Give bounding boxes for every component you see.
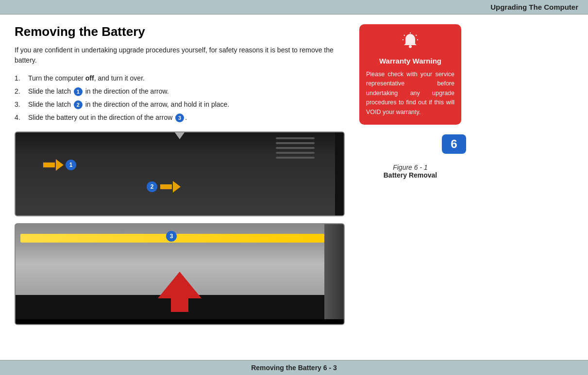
figure-caption: Figure 6 - 1 Battery Removal xyxy=(359,163,461,179)
main-content: Removing the Battery If you are confiden… xyxy=(0,15,588,342)
page-number-badge: 6 xyxy=(442,134,466,154)
image-badge-2: 2 xyxy=(147,181,157,192)
battery-silver-side xyxy=(324,224,344,324)
step-1-num: 1. xyxy=(15,73,24,83)
step-1: 1. Turn the computer off, and turn it ov… xyxy=(15,73,345,83)
image-2-container: 3 xyxy=(15,223,345,325)
figure-italic-label: Figure 6 - 1 xyxy=(359,163,461,171)
warning-box: Warranty Warning Please check with your … xyxy=(359,24,461,125)
step-2-text: Slide the latch 1 in the direction of th… xyxy=(28,86,169,97)
warning-body: Please check with your service represent… xyxy=(366,70,454,117)
vent-line-3 xyxy=(276,147,315,149)
steps-list: 1. Turn the computer off, and turn it ov… xyxy=(15,73,345,123)
image-badge-1: 1 xyxy=(66,160,76,170)
step-1-bold: off xyxy=(85,74,94,82)
step-4-num: 4. xyxy=(15,113,24,123)
step-3-text: Slide the latch 2 in the direction of th… xyxy=(28,99,229,110)
vent-line-2 xyxy=(276,142,315,144)
dark-edge xyxy=(335,132,344,215)
intro-paragraph: If you are confident in undertaking upgr… xyxy=(15,45,345,65)
step-3-num: 3. xyxy=(15,99,24,110)
triangle-indicator xyxy=(175,132,185,139)
latch-2-group: 2 xyxy=(147,181,181,193)
bell-svg xyxy=(402,32,419,49)
footer-bar: Removing the Battery 6 - 3 xyxy=(0,360,588,375)
arrow-head-2 xyxy=(173,181,181,193)
left-column: Removing the Battery If you are confiden… xyxy=(15,24,345,332)
red-up-arrow xyxy=(158,272,202,312)
vent-line-4 xyxy=(276,152,315,154)
latch-2-arrow xyxy=(159,181,181,193)
image-1-container: 1 2 xyxy=(15,131,345,216)
step-2-num: 2. xyxy=(15,86,24,97)
svg-point-0 xyxy=(409,45,412,48)
step-2: 2. Slide the latch 1 in the direction of… xyxy=(15,86,345,97)
header-bar: Upgrading The Computer xyxy=(0,0,588,15)
figure-bold-label: Battery Removal xyxy=(359,171,461,179)
arrow-stem xyxy=(171,298,188,312)
arrow-triangle xyxy=(158,272,202,298)
header-title: Upgrading The Computer xyxy=(490,3,578,11)
vent-lines xyxy=(276,137,315,166)
laptop-image-1: 1 2 xyxy=(16,132,344,215)
warning-bell-icon xyxy=(366,32,454,53)
badge-2: 2 xyxy=(74,100,83,109)
arrow-body-1 xyxy=(42,162,56,168)
svg-line-3 xyxy=(416,35,417,36)
warning-title: Warranty Warning xyxy=(366,57,454,65)
latch-1-arrow xyxy=(42,159,64,171)
battery-image: 3 xyxy=(16,224,344,324)
vent-line-1 xyxy=(276,137,315,139)
arrow-body-2 xyxy=(159,183,173,190)
vent-line-5 xyxy=(276,157,315,159)
step-3: 3. Slide the latch 2 in the direction of… xyxy=(15,99,345,110)
step-4-text: Slide the battery out in the direction o… xyxy=(28,113,187,123)
step-1-text: Turn the computer off, and turn it over. xyxy=(28,73,145,83)
badge-3: 3 xyxy=(175,114,184,122)
svg-line-2 xyxy=(404,35,405,36)
latch-1-group: 1 xyxy=(42,159,76,171)
right-column: Warranty Warning Please check with your … xyxy=(359,24,466,332)
arrow-head-1 xyxy=(56,159,64,171)
badge-1: 1 xyxy=(74,87,83,96)
step-4: 4. Slide the battery out in the directio… xyxy=(15,113,345,123)
bottom-bar xyxy=(16,319,344,324)
page-title: Removing the Battery xyxy=(15,24,345,39)
image-badge-3: 3 xyxy=(166,231,177,242)
footer-text: Removing the Battery 6 - 3 xyxy=(251,364,337,372)
